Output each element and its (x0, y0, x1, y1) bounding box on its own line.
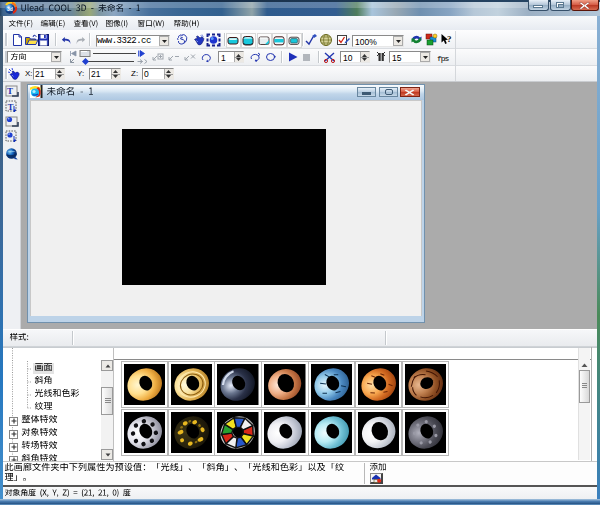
svg-text:3d: 3d (7, 6, 13, 12)
svg-text:T: T (8, 102, 14, 112)
svg-text:?: ? (447, 34, 452, 44)
svg-text:T: T (7, 86, 13, 96)
